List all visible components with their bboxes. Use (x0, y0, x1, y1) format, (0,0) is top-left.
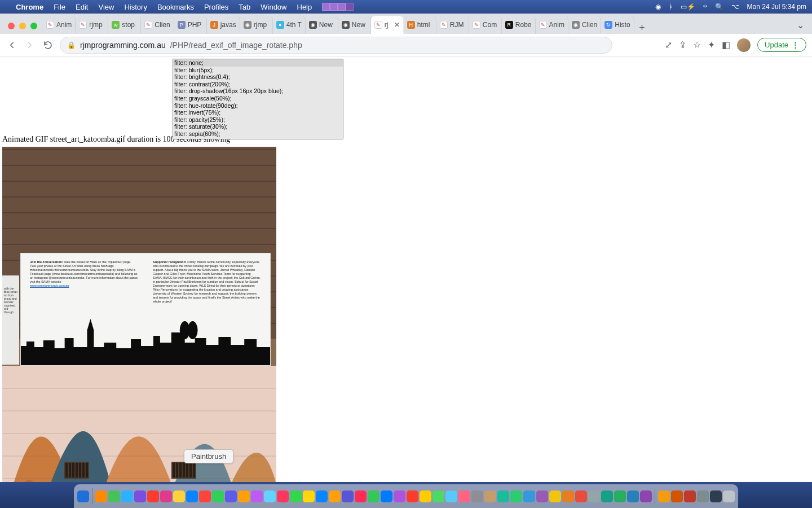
dock-app-icon[interactable] (433, 491, 444, 502)
clock[interactable]: Mon 24 Jul 5:34 pm (747, 3, 806, 11)
dock-app-icon[interactable] (303, 491, 315, 502)
filter-option[interactable]: filter: grayscale(50%); (173, 95, 343, 102)
dock-app-icon[interactable] (497, 491, 509, 502)
filter-option[interactable]: filter: contrast(200%); (173, 81, 343, 88)
filter-option[interactable]: filter: blur(5px); (173, 67, 343, 74)
browser-tab[interactable]: ✎rj✕ (371, 16, 404, 34)
dock-app-icon[interactable] (671, 491, 683, 502)
filter-option[interactable]: filter: none; (173, 59, 343, 67)
browser-tab[interactable]: ↻Histo (601, 16, 634, 34)
browser-tab[interactable]: Jjavas (207, 16, 240, 34)
menu-history[interactable]: History (124, 3, 147, 11)
browser-tab[interactable]: PPHP (174, 16, 207, 34)
dock-app-icon[interactable] (640, 491, 652, 502)
share-icon[interactable]: ⇪ (679, 40, 686, 50)
menu-edit[interactable]: Edit (76, 3, 88, 11)
dock-app-icon[interactable] (212, 491, 224, 502)
dock-app-icon[interactable] (723, 491, 735, 502)
dock-app-icon[interactable] (173, 491, 185, 502)
minimize-window-button[interactable] (19, 23, 26, 29)
dock-app-icon[interactable] (407, 491, 418, 502)
tab-overflow-button[interactable]: ⌄ (797, 20, 812, 34)
dock-app-icon[interactable] (562, 491, 574, 502)
browser-tab[interactable]: ✎rjmp (76, 16, 108, 34)
dock-app-icon[interactable] (445, 491, 457, 502)
address-bar[interactable]: 🔒 rjmprogramming.com.au/PHP/read_exif_of… (60, 37, 612, 54)
tab-close-icon[interactable]: ✕ (394, 21, 400, 29)
dock-app-icon[interactable] (381, 491, 392, 502)
dock-app-icon[interactable] (316, 491, 328, 502)
dock-app-icon[interactable] (199, 491, 211, 502)
dock-app-icon[interactable] (225, 491, 237, 502)
browser-tab[interactable]: ◉New (306, 16, 338, 34)
filter-option[interactable]: filter: brightness(0.4); (173, 73, 343, 81)
menu-file[interactable]: File (54, 3, 65, 11)
fullscreen-window-button[interactable] (30, 23, 37, 29)
dock-app-icon[interactable] (484, 491, 496, 502)
dock-app-icon[interactable] (394, 491, 405, 502)
sidepanel-icon[interactable]: ◧ (722, 40, 730, 50)
browser-tab[interactable]: ✎Anim (536, 16, 568, 34)
dock-app-icon[interactable] (658, 491, 670, 502)
browser-tab[interactable]: Hhtml (404, 16, 436, 34)
dock-app-icon[interactable] (627, 491, 639, 502)
dock-app-icon[interactable] (342, 491, 354, 502)
dock-app-icon[interactable] (614, 491, 626, 502)
browser-tab[interactable]: ✎RJM (436, 16, 469, 34)
filter-option[interactable]: filter: sepia(60%); (173, 130, 343, 138)
dock-app-icon[interactable] (510, 491, 522, 502)
dock-app-icon[interactable] (471, 491, 483, 502)
new-tab-button[interactable]: + (634, 22, 650, 34)
filter-select[interactable]: filter: none;filter: blur(5px);filter: b… (173, 59, 343, 139)
dock-app-icon[interactable] (710, 491, 722, 502)
browser-tab[interactable]: ✎Com (469, 16, 502, 34)
menu-help[interactable]: Help (297, 3, 312, 11)
filter-option[interactable]: filter: opacity(25%); (173, 116, 343, 124)
dock-app-icon[interactable] (523, 491, 535, 502)
dock-app-icon[interactable] (251, 491, 263, 502)
dock-app-icon[interactable] (697, 491, 709, 502)
battery-icon[interactable]: ▭⚡ (681, 3, 695, 11)
app-name[interactable]: Chrome (16, 3, 43, 11)
browser-tab[interactable]: ●4th T (273, 16, 306, 34)
profile-avatar[interactable] (737, 38, 751, 52)
dock-app-icon[interactable] (549, 491, 561, 502)
dock-app-icon[interactable] (420, 491, 431, 502)
close-window-button[interactable] (8, 23, 15, 29)
dock-app-icon[interactable] (160, 491, 172, 502)
dock-app-icon[interactable] (290, 491, 302, 502)
dock-app-icon[interactable] (121, 491, 133, 502)
dock-app-icon[interactable] (186, 491, 198, 502)
dock-app-icon[interactable] (238, 491, 250, 502)
dock-app-icon[interactable] (77, 491, 89, 502)
browser-tab[interactable]: wstop (108, 16, 141, 34)
reload-button[interactable] (42, 39, 54, 51)
dock-app-icon[interactable] (458, 491, 470, 502)
dock-app-icon[interactable] (684, 491, 696, 502)
dock-app-icon[interactable] (368, 491, 379, 502)
browser-tab[interactable]: ◉New (338, 16, 371, 34)
wifi-icon[interactable]: ⌔ (703, 3, 707, 11)
dock-app-icon[interactable] (575, 491, 587, 502)
menu-view[interactable]: View (98, 3, 114, 11)
filter-option[interactable]: filter: hue-rotate(90deg); (173, 102, 343, 110)
dock-app-icon[interactable] (588, 491, 600, 502)
dock-app-icon[interactable] (329, 491, 341, 502)
dock-app-icon[interactable] (264, 491, 276, 502)
menu-tab[interactable]: Tab (239, 3, 250, 11)
spotlight-icon[interactable]: 🔍 (715, 3, 723, 11)
menu-window[interactable]: Window (261, 3, 286, 11)
dock-app-icon[interactable] (134, 491, 146, 502)
browser-tab[interactable]: ◉rjmp (240, 16, 273, 34)
back-button[interactable] (6, 39, 18, 51)
bluetooth-icon[interactable]: ᚼ (669, 3, 673, 11)
browser-tab[interactable]: ✎Anim (43, 16, 76, 34)
browser-tab[interactable]: RRobe (502, 16, 536, 34)
filter-option[interactable]: filter: invert(75%); (173, 109, 343, 116)
browser-tab[interactable]: ✎Clien (141, 16, 174, 34)
dock-app-icon[interactable] (601, 491, 613, 502)
bookmark-star-icon[interactable]: ☆ (693, 40, 701, 50)
dock-app-icon[interactable] (147, 491, 159, 502)
filter-option[interactable]: filter: contrast(175%) brightness(33%); (173, 138, 343, 139)
dock-app-icon[interactable] (355, 491, 367, 502)
